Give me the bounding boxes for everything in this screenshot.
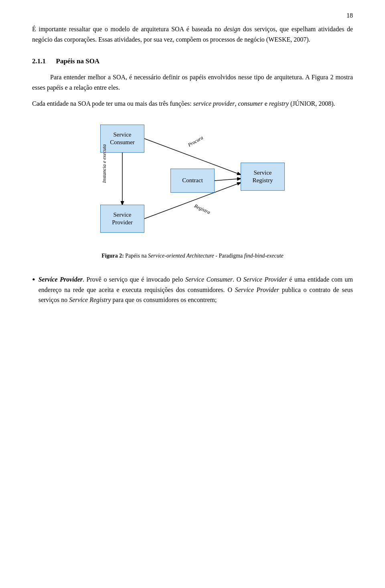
para1: Para entender melhor a SOA, é necessário… bbox=[32, 72, 353, 93]
para2: Cada entidade na SOA pode ter uma ou mai… bbox=[32, 99, 353, 109]
intro-paragraph: É importante ressaltar que o modelo de a… bbox=[32, 24, 353, 44]
service-provider-ref: service provider bbox=[193, 100, 235, 107]
service-provider-box: ServiceProvider bbox=[100, 205, 144, 233]
page-number: 18 bbox=[346, 12, 353, 19]
figure-caption-rest: Papéis na Service-oriented Architecture … bbox=[125, 253, 283, 259]
bullet-section-1: • Service Provider. Provê o serviço que … bbox=[32, 274, 353, 305]
service-provider-italic2: Service Provider bbox=[243, 276, 287, 283]
contract-box: Contract bbox=[170, 169, 215, 193]
diagram-area: ServiceConsumer Contract ServiceRegistry… bbox=[76, 121, 309, 249]
section-heading: 2.1.1 Papéis na SOA bbox=[32, 56, 353, 66]
service-registry-italic: Service Registry bbox=[69, 296, 111, 303]
section-number: 2.1.1 bbox=[32, 57, 46, 65]
registry-ref: registry bbox=[269, 100, 289, 107]
service-registry-box: ServiceRegistry bbox=[241, 163, 285, 191]
diagram-container: ServiceConsumer Contract ServiceRegistry… bbox=[76, 121, 309, 270]
service-provider-bold: Service Provider bbox=[38, 276, 83, 283]
svg-line-3 bbox=[215, 179, 241, 181]
bullet-text-1: Service Provider. Provê o serviço que é … bbox=[38, 274, 353, 305]
weske-ref: WESKE bbox=[268, 36, 290, 43]
section-title: Papéis na SOA bbox=[56, 57, 100, 65]
bullet-point-1: • Service Provider. Provê o serviço que … bbox=[32, 274, 353, 305]
service-consumer-italic: Service Consumer bbox=[185, 276, 233, 283]
figure-caption: Figura 2: Papéis na Service-oriented Arc… bbox=[101, 253, 284, 259]
bullet-dot-1: • bbox=[32, 274, 35, 285]
service-provider-italic3: Service Provider bbox=[235, 286, 279, 293]
consumer-ref: consumer bbox=[238, 100, 263, 107]
figure-caption-bold: Figura 2: bbox=[101, 253, 124, 259]
registra-label: Registra bbox=[193, 203, 211, 215]
main-content: É importante ressaltar que o modelo de a… bbox=[32, 24, 353, 305]
italic-design: design bbox=[224, 26, 241, 32]
instancia-label: Instancia e executa bbox=[101, 144, 107, 183]
procura-label: Procura bbox=[187, 135, 204, 149]
